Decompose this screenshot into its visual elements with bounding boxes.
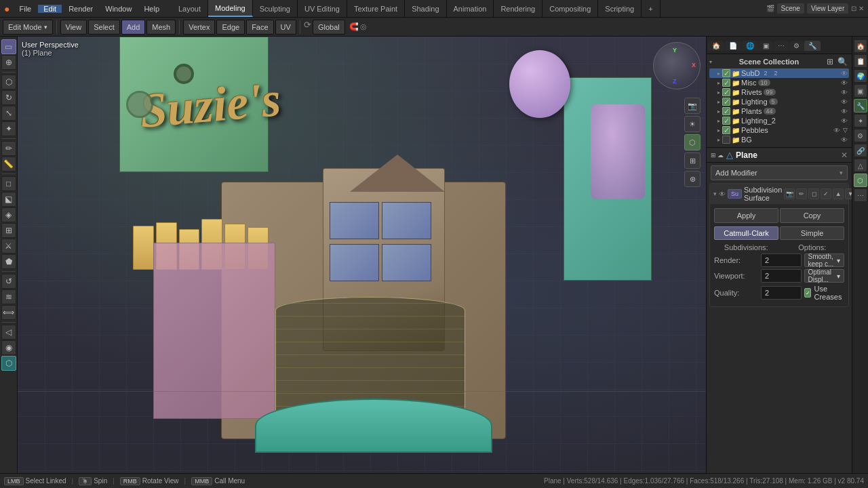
transform-tool-btn[interactable]: ✦ xyxy=(1,121,16,136)
tab-sculpting[interactable]: Sculpting xyxy=(253,0,298,17)
menu-file[interactable]: File xyxy=(14,5,37,13)
inset-btn[interactable]: ⬕ xyxy=(1,192,16,207)
sc-filter-btn[interactable]: ⊞ xyxy=(825,57,835,66)
menu-edit[interactable]: Edit xyxy=(38,5,62,13)
subd-checkbox[interactable]: ✓ xyxy=(722,69,730,77)
modifier-type-badge[interactable]: Su xyxy=(728,189,742,199)
rivets-eye-icon[interactable]: 👁 xyxy=(841,89,848,96)
mesh-btn[interactable]: Mesh xyxy=(146,20,176,35)
lighting-checkbox[interactable]: ✓ xyxy=(722,98,730,106)
props-tab-physics[interactable]: ⚙ xyxy=(789,41,804,51)
tab-compositing[interactable]: Compositing xyxy=(542,0,598,17)
view-btn[interactable]: View xyxy=(60,20,87,35)
mode-select-btn[interactable]: Edit Mode ▾ xyxy=(3,20,53,35)
annotate-tool-btn[interactable]: ✏ xyxy=(1,141,16,156)
face-btn[interactable]: Face xyxy=(246,20,273,35)
props-tab-modifier[interactable]: 🔧 xyxy=(804,41,821,51)
use-creases-checkbox[interactable]: ✓ xyxy=(804,288,811,298)
tab-uv-editing[interactable]: UV Editing xyxy=(298,0,347,17)
scale-tool-btn[interactable]: ⤡ xyxy=(1,106,16,121)
props-icon-scene[interactable]: 🏠 xyxy=(854,39,867,53)
props-icon-object[interactable]: ▣ xyxy=(854,84,867,98)
polypen-btn[interactable]: ⬟ xyxy=(1,254,16,269)
menu-render[interactable]: Render xyxy=(63,5,98,13)
sc-item-lighting2[interactable]: ▸ ✓ 📁 Lighting_2 👁 xyxy=(709,116,849,125)
vp-material-btn[interactable]: ⬡ xyxy=(684,134,701,150)
mod-edit-icon[interactable]: ✏ xyxy=(796,188,807,199)
transform-btn[interactable]: Global xyxy=(313,20,345,35)
vp-sun-btn[interactable]: ☀ xyxy=(684,116,701,132)
viewport-value-field[interactable]: 2 xyxy=(761,269,802,283)
loop-cut-btn[interactable]: ⊞ xyxy=(1,223,16,238)
props-icon-extra[interactable]: ⋯ xyxy=(854,188,867,202)
tab-rendering[interactable]: Rendering xyxy=(494,0,542,17)
window-controls[interactable]: ⊡ ✕ xyxy=(851,5,864,12)
props-icon-physics[interactable]: ⚙ xyxy=(854,129,867,142)
apply-button[interactable]: Apply xyxy=(714,208,778,223)
sc-item-pebbles[interactable]: ▸ ✓ 📁 Pebbles 👁 ▽ xyxy=(709,125,849,135)
misc-checkbox[interactable]: ✓ xyxy=(722,79,730,87)
mod-check-icon[interactable]: ✓ xyxy=(821,188,831,199)
uv-btn[interactable]: UV xyxy=(275,20,296,35)
select-tool-btn[interactable]: ▭ xyxy=(1,39,16,54)
vertex-btn[interactable]: Vertex xyxy=(183,20,215,35)
tab-texture-paint[interactable]: Texture Paint xyxy=(347,0,405,17)
smooth-btn[interactable]: ≋ xyxy=(1,289,16,304)
quality-value-field[interactable]: 2 xyxy=(761,286,802,300)
tab-add-workspace[interactable]: + xyxy=(642,0,660,17)
props-icon-world[interactable]: 🌍 xyxy=(854,69,867,83)
vp-xray-btn[interactable]: ⊛ xyxy=(684,171,701,187)
simple-tab[interactable]: Simple xyxy=(780,226,844,240)
props-tab-layer[interactable]: 📄 xyxy=(725,41,741,51)
tab-scripting[interactable]: Scripting xyxy=(598,0,642,17)
copy-button[interactable]: Copy xyxy=(780,208,844,223)
bg-eye-icon[interactable]: 👁 xyxy=(841,136,848,144)
bg-checkbox[interactable] xyxy=(722,136,730,144)
sc-expand-icon[interactable]: ▾ xyxy=(709,59,712,65)
lighting2-eye-icon[interactable]: 👁 xyxy=(841,117,848,125)
props-icon-renderlayer[interactable]: 📋 xyxy=(854,54,867,68)
mod-down-icon[interactable]: ▼ xyxy=(845,188,852,199)
sc-item-lighting[interactable]: ▸ ✓ 📁 Lighting 5 👁 xyxy=(709,97,849,106)
render-value-field[interactable]: 2 xyxy=(761,253,802,267)
misc-eye-icon[interactable]: 👁 xyxy=(841,79,848,87)
vp-wireframe-btn[interactable]: ⊞ xyxy=(684,152,701,169)
nav-gizmo[interactable]: X Y Z xyxy=(653,42,701,89)
measure-tool-btn[interactable]: 📏 xyxy=(1,157,16,171)
lighting2-checkbox[interactable]: ✓ xyxy=(722,117,730,125)
cursor-tool-btn[interactable]: ⊕ xyxy=(1,55,16,70)
view-layer-selector[interactable]: View Layer xyxy=(807,3,848,14)
tab-animation[interactable]: Animation xyxy=(447,0,494,17)
scene-selector[interactable]: Scene xyxy=(777,3,804,14)
add-btn[interactable]: Add xyxy=(121,20,146,35)
props-tab-world[interactable]: 🌐 xyxy=(742,41,758,51)
tab-shading[interactable]: Shading xyxy=(405,0,446,17)
tab-modeling[interactable]: Modeling xyxy=(208,0,253,17)
props-icon-constraints[interactable]: 🔗 xyxy=(854,144,867,157)
props-tab-object[interactable]: ▣ xyxy=(759,41,773,51)
active-tool-highlight[interactable]: ⬡ xyxy=(1,356,16,371)
vp-camera-btn[interactable]: 📷 xyxy=(684,98,701,114)
mod-render-icon[interactable]: 📷 xyxy=(784,188,795,199)
extrude-btn[interactable]: □ xyxy=(1,176,16,191)
pebbles-eye-icon[interactable]: 👁 xyxy=(833,127,840,134)
props-icon-data[interactable]: △ xyxy=(854,159,867,172)
select-btn[interactable]: Select xyxy=(88,20,120,35)
rotate-tool-btn[interactable]: ↻ xyxy=(1,90,16,105)
plants-eye-icon[interactable]: 👁 xyxy=(841,108,848,115)
props-icon-shading[interactable]: ⬡ xyxy=(854,174,867,187)
rivets-checkbox[interactable]: ✓ xyxy=(722,88,730,96)
sc-item-bg[interactable]: ▸ 📁 BG 👁 xyxy=(709,135,849,144)
props-small-tab2[interactable]: ☁ xyxy=(717,152,724,159)
lighting-eye-icon[interactable]: 👁 xyxy=(841,98,848,106)
edge-slide-btn[interactable]: ⟺ xyxy=(1,305,16,320)
subd-eye-icon[interactable]: 👁 xyxy=(841,70,848,77)
plants-checkbox[interactable]: ✓ xyxy=(722,107,730,115)
knife-btn[interactable]: ⚔ xyxy=(1,239,16,253)
props-icon-particles[interactable]: ✦ xyxy=(854,114,867,127)
sc-search-btn[interactable]: 🔍 xyxy=(836,57,849,66)
spin-btn[interactable]: ↺ xyxy=(1,274,16,289)
sc-item-misc[interactable]: ▸ ✓ 📁 Misc 10 👁 xyxy=(709,78,849,87)
tab-layout[interactable]: Layout xyxy=(172,0,208,17)
menu-help[interactable]: Help xyxy=(138,5,165,13)
